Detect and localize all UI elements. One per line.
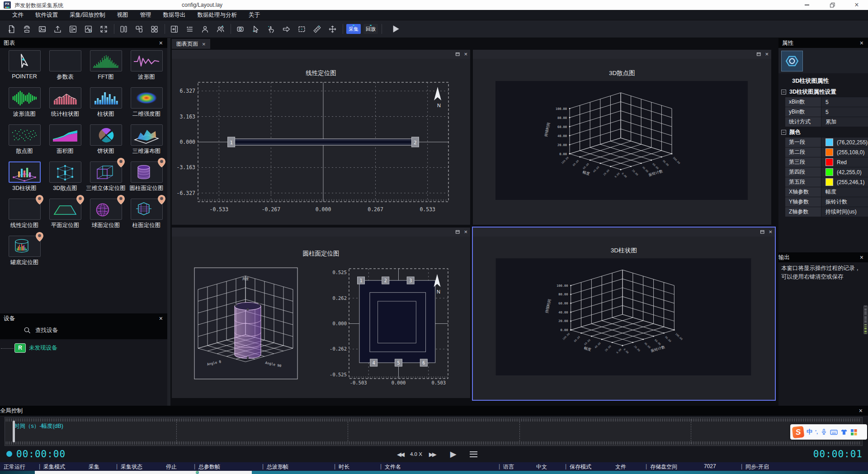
menu-item-7[interactable]: 关于 bbox=[243, 10, 266, 20]
color-swatch[interactable] bbox=[826, 138, 833, 146]
timeline-handle[interactable] bbox=[13, 421, 15, 442]
crosshair-icon[interactable] bbox=[326, 23, 338, 35]
panel-titlebar[interactable]: × bbox=[473, 228, 775, 237]
menu-item-3[interactable]: 视图 bbox=[111, 10, 134, 20]
menu-item-5[interactable]: 数据导出 bbox=[157, 10, 191, 20]
property-row[interactable]: xBin数5 bbox=[785, 97, 868, 107]
skin-icon[interactable] bbox=[840, 429, 848, 436]
close-button[interactable]: × bbox=[849, 0, 864, 10]
menu-item-0[interactable]: 文件 bbox=[6, 10, 29, 20]
chart-tile-area[interactable]: 面积图 bbox=[45, 124, 85, 155]
property-row[interactable]: Y轴参数振铃计数 bbox=[785, 197, 868, 207]
minimize-button[interactable] bbox=[799, 0, 815, 10]
keyboard-icon[interactable] bbox=[830, 429, 838, 436]
close-icon[interactable]: × bbox=[464, 228, 467, 237]
arrow-jump-icon[interactable] bbox=[280, 23, 292, 35]
hand-point-icon[interactable] bbox=[265, 23, 277, 35]
chart-tile-waterfall-3d[interactable]: 三维瀑布图 bbox=[126, 124, 167, 155]
close-icon[interactable]: × bbox=[159, 313, 163, 323]
panel-titlebar[interactable]: × bbox=[473, 50, 771, 59]
ruler-icon[interactable] bbox=[311, 23, 323, 35]
chart-tile-intensity-2d[interactable]: 二维强度图 bbox=[126, 87, 167, 118]
chart-tile-pie[interactable]: 饼状图 bbox=[85, 124, 126, 155]
property-row[interactable]: yBin数5 bbox=[785, 107, 868, 117]
config-panel-icon[interactable] bbox=[67, 23, 79, 35]
panel-titlebar[interactable]: × bbox=[172, 228, 470, 237]
chart-tile-linear-location[interactable]: 线性定位图 bbox=[4, 199, 45, 229]
chart-tile-cylsurface-location[interactable]: 柱面定位图 bbox=[126, 199, 167, 229]
chart-tile-scatter-3d[interactable]: 3D散点图 bbox=[45, 161, 85, 192]
collapse-icon[interactable] bbox=[781, 90, 786, 95]
layout-columns-icon[interactable] bbox=[118, 23, 129, 35]
chart-tile-scatter[interactable]: 散点图 bbox=[4, 124, 45, 155]
menu-item-2[interactable]: 采集/回放控制 bbox=[64, 10, 111, 20]
close-icon[interactable]: × bbox=[769, 228, 772, 237]
restore-button[interactable] bbox=[825, 0, 840, 10]
close-icon[interactable]: × bbox=[859, 406, 863, 416]
play-button[interactable]: ▶ bbox=[450, 449, 457, 459]
rewind-button[interactable]: ◀◀ bbox=[397, 451, 403, 458]
property-row[interactable]: 统计方式累加 bbox=[785, 117, 868, 127]
chart-tile-sphere-location[interactable]: 球面定位图 bbox=[85, 199, 126, 229]
close-icon[interactable]: × bbox=[765, 50, 769, 59]
restore-icon[interactable] bbox=[756, 52, 761, 57]
color-swatch[interactable] bbox=[826, 148, 833, 156]
chart-tile-cylinder-location[interactable]: 圆柱面定位图 bbox=[126, 161, 167, 192]
chart-tile-waveform[interactable]: 波形图 bbox=[126, 50, 167, 81]
import-device-icon[interactable] bbox=[21, 23, 33, 35]
list-settings-icon[interactable] bbox=[184, 23, 195, 35]
image-capture-icon[interactable] bbox=[36, 23, 48, 35]
capture-mode-button[interactable]: 采集 bbox=[346, 24, 361, 34]
chart-tile-stat-hist[interactable]: 统计柱状图 bbox=[45, 87, 85, 118]
chart-tile-fft[interactable]: FFT图 bbox=[85, 50, 126, 81]
close-icon[interactable]: × bbox=[159, 38, 163, 48]
global-timeline[interactable]: 时间（s）-幅度(dB) bbox=[5, 417, 863, 446]
close-icon[interactable]: × bbox=[202, 41, 206, 47]
menu-item-4[interactable]: 管理 bbox=[134, 10, 157, 20]
close-icon[interactable]: × bbox=[464, 50, 467, 59]
ime-logo-icon[interactable]: S bbox=[792, 426, 804, 438]
collapse-icon[interactable] bbox=[781, 130, 786, 135]
property-row[interactable]: 第五段(255,246,1) bbox=[785, 177, 868, 187]
property-row[interactable]: 第四段(42,255,0) bbox=[785, 167, 868, 177]
fast-forward-button[interactable]: ▶▶ bbox=[429, 451, 435, 458]
property-row[interactable]: 第三段Red bbox=[785, 157, 868, 167]
color-swatch[interactable] bbox=[826, 178, 833, 186]
chart-tile-cube-location[interactable]: 三维立体定位图 bbox=[85, 161, 126, 192]
tab-chart-page[interactable]: 图表页面 × bbox=[172, 39, 210, 49]
chart-tile-tankbottom-location[interactable]: 罐底定位图 bbox=[4, 236, 45, 266]
waveform-settings-icon[interactable] bbox=[82, 23, 94, 35]
menu-item-6[interactable]: 数据处理与分析 bbox=[191, 10, 243, 20]
device-tree-item[interactable]: R 未发现设备 bbox=[0, 342, 167, 354]
section-header[interactable]: 3D柱状图属性设置 bbox=[778, 87, 868, 97]
cursor-arrow-icon[interactable] bbox=[250, 23, 261, 35]
new-file-icon[interactable] bbox=[5, 23, 17, 35]
side-panel-icon[interactable] bbox=[168, 23, 180, 35]
close-icon[interactable]: × bbox=[860, 38, 863, 48]
chart-tile-histogram[interactable]: 柱状图 bbox=[85, 87, 126, 118]
microphone-icon[interactable] bbox=[821, 428, 827, 436]
menu-item-1[interactable]: 软件设置 bbox=[29, 10, 64, 20]
property-row[interactable]: Z轴参数持续时间(us) bbox=[785, 207, 868, 217]
fullscreen-icon[interactable] bbox=[98, 23, 109, 35]
toolbox-icon[interactable] bbox=[850, 429, 857, 436]
restore-icon[interactable] bbox=[455, 230, 460, 234]
panel-titlebar[interactable]: × bbox=[172, 50, 470, 59]
restore-icon[interactable] bbox=[455, 52, 460, 57]
layout-grid-icon[interactable] bbox=[148, 23, 160, 35]
property-row[interactable]: 第一段(76,202,255) bbox=[785, 137, 868, 147]
link-icon[interactable] bbox=[234, 23, 246, 35]
bar3d-object-icon[interactable] bbox=[781, 51, 803, 71]
marquee-select-icon[interactable] bbox=[296, 23, 307, 35]
punctuation-icon[interactable]: ’, bbox=[815, 429, 818, 435]
replay-mode-button[interactable]: 回放 bbox=[363, 24, 378, 34]
chart-tile-plane-location[interactable]: 平面定位图 bbox=[45, 199, 85, 229]
user-icon[interactable] bbox=[199, 23, 211, 35]
property-row[interactable]: 第二段(255,108,0) bbox=[785, 147, 868, 157]
user-group-icon[interactable] bbox=[214, 23, 226, 35]
playlist-menu-button[interactable] bbox=[470, 451, 477, 457]
device-search-input[interactable]: 查找设备 bbox=[24, 327, 58, 334]
color-swatch[interactable] bbox=[826, 158, 833, 166]
start-button[interactable] bbox=[389, 23, 402, 35]
chart-tile-pointer[interactable]: POINTER bbox=[4, 50, 45, 80]
